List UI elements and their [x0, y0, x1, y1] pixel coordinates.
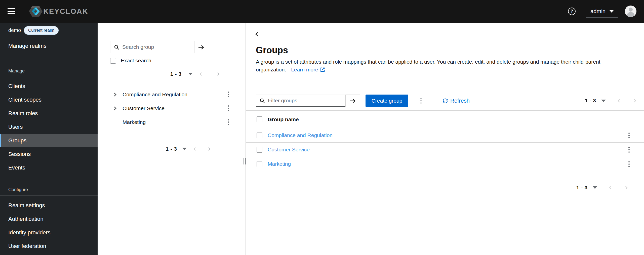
exact-search-checkbox[interactable] — [110, 58, 116, 64]
section-label-manage: Manage — [8, 68, 98, 74]
toolbar-divider — [435, 95, 435, 106]
pagination-next-button[interactable] — [216, 72, 220, 76]
exact-search-row: Exact search — [110, 58, 246, 64]
panel-resize-handle[interactable] — [244, 158, 246, 164]
tree-item-label[interactable]: Compliance and Regulation — [123, 92, 187, 98]
arrow-right-icon — [349, 98, 356, 103]
tree-pagination-top: 1 - 3 — [98, 70, 246, 78]
sidebar-item-groups[interactable]: Groups — [0, 134, 98, 147]
kebab-menu-button[interactable] — [627, 145, 631, 154]
pagination-prev-button[interactable] — [193, 147, 197, 151]
kebab-menu-button[interactable] — [627, 131, 631, 140]
configure-nav-list: Realm settings Authentication Identity p… — [0, 196, 98, 253]
sidebar-item-client-scopes[interactable]: Client scopes — [0, 93, 98, 107]
refresh-button[interactable]: Refresh — [442, 98, 470, 104]
sidebar-item-realm-roles[interactable]: Realm roles — [0, 107, 98, 120]
tree-rows: Compliance and Regulation Customer Servi… — [98, 88, 246, 129]
filter-submit-button[interactable] — [345, 95, 360, 107]
caret-down-icon[interactable] — [188, 73, 193, 75]
user-menu-dropdown[interactable]: admin — [586, 5, 618, 18]
toolbar-kebab-menu-button[interactable] — [419, 96, 423, 105]
realm-row: demo Current realm — [0, 23, 98, 38]
search-icon — [114, 45, 119, 50]
help-icon[interactable]: ? — [568, 8, 576, 15]
sidebar-item-user-federation[interactable]: User federation — [0, 239, 98, 253]
hamburger-menu-icon[interactable] — [8, 6, 19, 16]
search-submit-button[interactable] — [194, 41, 208, 53]
caret-down-icon[interactable] — [182, 148, 187, 150]
tree-divider — [106, 84, 239, 84]
manage-nav-list: Clients Client scopes Realm roles Users … — [0, 77, 98, 175]
table-header-row: Group name — [246, 111, 644, 128]
table-pagination-bottom: 1 - 3 — [246, 184, 644, 191]
page-header: Groups A group is a set of attributes an… — [256, 45, 636, 73]
keycloak-admin-console: KEYCLOAK ? admin demo Current realm Mana… — [0, 0, 644, 255]
row-checkbox[interactable] — [257, 133, 262, 138]
pagination-prev-button[interactable] — [617, 99, 621, 103]
section-label-configure: Configure — [8, 187, 98, 192]
chevron-right-icon[interactable] — [112, 92, 117, 97]
tree-item: Compliance and Regulation — [98, 88, 246, 101]
realm-name: demo — [8, 27, 21, 33]
pagination-range[interactable]: 1 - 3 — [585, 98, 596, 104]
group-name-link[interactable]: Compliance and Regulation — [268, 132, 333, 138]
create-group-button[interactable]: Create group — [366, 95, 408, 107]
row-checkbox[interactable] — [257, 161, 262, 167]
sync-icon — [442, 98, 448, 104]
sidebar-item-realm-settings[interactable]: Realm settings — [0, 199, 98, 212]
kebab-menu-button[interactable] — [226, 90, 230, 99]
caret-down-icon[interactable] — [601, 100, 606, 102]
sidebar-item-identity-providers[interactable]: Identity providers — [0, 226, 98, 239]
pagination-prev-button[interactable] — [199, 72, 203, 76]
filter-field — [256, 95, 345, 107]
masthead: KEYCLOAK ? admin — [0, 0, 644, 23]
pagination-next-button[interactable] — [624, 186, 628, 190]
chevron-right-icon[interactable] — [112, 106, 117, 111]
pagination-range[interactable]: 1 - 3 — [166, 146, 177, 152]
tree-item: Customer Service — [98, 101, 246, 115]
sidebar-item-sessions[interactable]: Sessions — [0, 147, 98, 161]
search-group-input[interactable] — [122, 44, 190, 50]
kebab-menu-button[interactable] — [226, 104, 230, 113]
brand-text: KEYCLOAK — [43, 7, 88, 16]
kebab-menu-button[interactable] — [627, 160, 631, 168]
filter-groups-input[interactable] — [268, 98, 342, 104]
keycloak-logo: KEYCLOAK — [29, 5, 88, 17]
tree-item-label[interactable]: Customer Service — [123, 105, 165, 111]
filter-groups-search — [256, 95, 360, 107]
page-title: Groups — [256, 45, 636, 56]
kebab-menu-button[interactable] — [226, 118, 230, 126]
sidebar-item-users[interactable]: Users — [0, 120, 98, 134]
external-link-icon — [320, 67, 325, 72]
exact-search-label: Exact search — [121, 58, 151, 64]
sidebar-item-authentication[interactable]: Authentication — [0, 212, 98, 226]
pagination-next-button[interactable] — [207, 147, 211, 151]
learn-more-label: Learn more — [291, 67, 318, 72]
sidebar-item-manage-realms[interactable]: Manage realms — [0, 38, 98, 54]
sidebar-item-clients[interactable]: Clients — [0, 79, 98, 93]
table-row: Customer Service — [246, 143, 644, 157]
user-avatar[interactable] — [625, 6, 636, 17]
tree-pagination-bottom: 1 - 3 — [98, 145, 246, 153]
group-name-link[interactable]: Marketing — [268, 161, 291, 167]
group-name-link[interactable]: Customer Service — [268, 147, 310, 153]
learn-more-link[interactable]: Learn more — [291, 67, 325, 72]
current-realm-badge: Current realm — [24, 26, 59, 35]
pagination-range[interactable]: 1 - 3 — [576, 185, 588, 191]
tree-item-label[interactable]: Marketing — [123, 119, 146, 125]
pagination-next-button[interactable] — [633, 99, 637, 103]
sidebar-item-events[interactable]: Events — [0, 161, 98, 175]
table-row: Marketing — [246, 157, 644, 171]
pagination-range[interactable]: 1 - 3 — [170, 71, 182, 77]
caret-down-icon[interactable] — [593, 186, 597, 189]
table-row: Compliance and Regulation — [246, 128, 644, 143]
groups-tree-panel: Exact search 1 - 3 Compliance and Re — [98, 23, 246, 255]
pagination-prev-button[interactable] — [608, 186, 613, 190]
row-checkbox[interactable] — [257, 147, 262, 153]
caret-down-icon — [610, 10, 614, 13]
select-all-checkbox[interactable] — [257, 116, 262, 122]
keycloak-logo-icon — [29, 5, 43, 17]
search-icon — [260, 98, 265, 103]
drawer-collapse-button[interactable] — [253, 30, 261, 38]
groups-toolbar: Create group Refresh 1 - 3 — [256, 95, 637, 107]
